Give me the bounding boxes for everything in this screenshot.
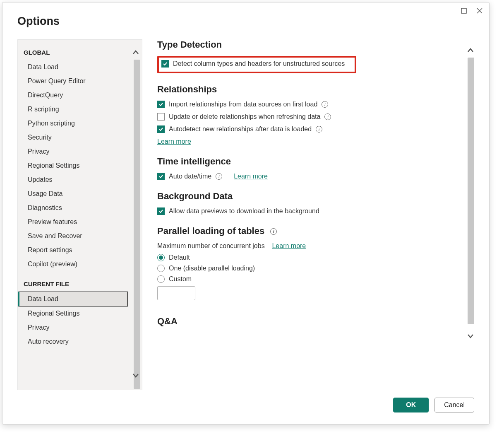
label-parallel-default: Default [169,254,190,261]
chevron-up-icon [132,49,139,56]
maximize-button[interactable] [456,4,472,17]
main-panel: Type Detection Detect column types and h… [157,39,474,390]
sidebar-scroll-down[interactable] [132,371,139,381]
sidebar-item-preview-features[interactable]: Preview features [18,215,142,229]
sidebar-item-cf-data-load[interactable]: Data Load [18,292,128,306]
main-scrollbar[interactable] [468,58,474,324]
sidebar-item-directquery[interactable]: DirectQuery [18,88,142,102]
input-parallel-custom-value[interactable] [157,286,195,300]
info-icon[interactable] [216,173,222,180]
check-icon [158,174,163,179]
sidebar-item-cf-auto-recovery[interactable]: Auto recovery [18,335,142,349]
sidebar-item-regional-settings[interactable]: Regional Settings [18,159,142,173]
chevron-down-icon [132,371,139,379]
link-relationships-learn-more[interactable]: Learn more [157,138,191,145]
close-button[interactable] [472,4,487,17]
sidebar-item-privacy[interactable]: Privacy [18,145,142,159]
sidebar-item-power-query-editor[interactable]: Power Query Editor [18,74,142,88]
heading-qa: Q&A [157,316,463,327]
group-header-current-file: CURRENT FILE [18,279,142,292]
label-max-concurrent-jobs: Maximum number of concurrent jobs [157,242,265,249]
maximize-icon [461,8,467,14]
check-icon [158,102,163,107]
close-icon [477,8,482,14]
cancel-button[interactable]: Cancel [434,398,474,412]
dialog-title: Options [17,15,474,28]
heading-parallel-loading-text: Parallel loading of tables [157,226,264,236]
heading-time-intelligence: Time intelligence [157,156,463,167]
heading-parallel-loading: Parallel loading of tables [157,226,463,236]
checkbox-background-data[interactable] [157,207,165,215]
link-parallel-learn-more[interactable]: Learn more [272,242,306,249]
link-time-intel-learn-more[interactable]: Learn more [234,173,268,180]
sidebar-item-security[interactable]: Security [18,130,142,145]
dialog-footer: OK Cancel [17,398,474,412]
checkbox-update-delete-relationships[interactable] [157,113,165,121]
sidebar-item-cf-regional-settings[interactable]: Regional Settings [18,306,142,321]
chevron-up-icon [467,47,474,54]
content-row: GLOBAL Data Load Power Query Editor Dire… [17,39,474,390]
radio-parallel-one[interactable] [157,265,165,272]
ok-button[interactable]: OK [393,398,429,412]
sidebar-scrollbar[interactable] [134,60,140,389]
chevron-down-icon [467,332,474,340]
info-icon[interactable] [316,126,322,133]
highlight-type-detection: Detect column types and headers for unst… [157,56,356,73]
options-dialog: Options GLOBAL Data Load Power Query Edi… [2,2,490,425]
info-icon[interactable] [324,113,331,120]
checkbox-import-relationships[interactable] [157,101,165,108]
sidebar-item-save-and-recover[interactable]: Save and Recover [18,229,142,243]
info-icon[interactable] [322,101,328,108]
group-header-global: GLOBAL [18,47,142,60]
label-parallel-custom: Custom [169,275,192,283]
label-autodetect-relationships: Autodetect new relationships after data … [169,125,312,133]
label-update-delete-relationships: Update or delete relationships when refr… [169,113,320,121]
sidebar-item-usage-data[interactable]: Usage Data [18,187,142,201]
sidebar-item-diagnostics[interactable]: Diagnostics [18,201,142,215]
sidebar-item-cf-privacy[interactable]: Privacy [18,321,142,335]
sidebar-item-global-data-load[interactable]: Data Load [18,60,142,74]
label-background-data: Allow data previews to download in the b… [169,207,319,215]
checkbox-auto-date-time[interactable] [157,173,165,180]
sidebar-scroll-up[interactable] [132,49,139,58]
check-icon [158,127,163,132]
heading-type-detection: Type Detection [157,39,463,50]
sidebar-item-report-settings[interactable]: Report settings [18,243,142,257]
check-icon [158,209,163,214]
main-scroll: Type Detection Detect column types and h… [157,39,463,390]
sidebar-scroll: GLOBAL Data Load Power Query Editor Dire… [18,47,142,390]
sidebar-item-updates[interactable]: Updates [18,173,142,187]
sidebar-item-r-scripting[interactable]: R scripting [18,102,142,116]
label-parallel-one: One (disable parallel loading) [169,265,255,272]
window-titlebar [456,4,487,17]
sidebar-item-python-scripting[interactable]: Python scripting [18,116,142,130]
info-icon[interactable] [270,228,277,235]
check-icon [163,61,168,66]
radio-parallel-custom[interactable] [157,275,165,283]
heading-relationships: Relationships [157,84,463,95]
label-import-relationships: Import relationships from data sources o… [169,101,317,108]
radio-parallel-default[interactable] [157,254,165,261]
heading-background-data: Background Data [157,191,463,202]
label-auto-date-time: Auto date/time [169,173,211,180]
label-detect-column-types: Detect column types and headers for unst… [173,60,345,68]
sidebar-item-copilot-preview[interactable]: Copilot (preview) [18,257,142,271]
checkbox-autodetect-relationships[interactable] [157,125,165,133]
checkbox-detect-column-types[interactable] [161,60,169,68]
svg-rect-0 [461,8,466,13]
sidebar: GLOBAL Data Load Power Query Editor Dire… [17,39,142,390]
main-scroll-down[interactable] [467,332,474,341]
main-scroll-up[interactable] [467,47,474,56]
